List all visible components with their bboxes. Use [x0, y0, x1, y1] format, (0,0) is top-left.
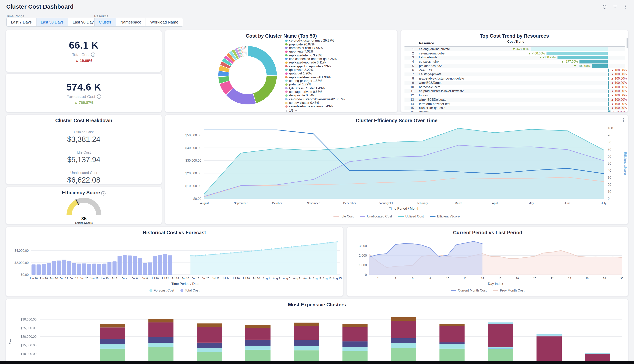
- stacked-bar-segment[interactable]: [391, 321, 416, 338]
- total-cost-bar[interactable]: [123, 255, 127, 275]
- legend-item[interactable]: Utilized Cost: [398, 214, 424, 218]
- panel-kebab-icon[interactable]: •••: [622, 118, 625, 122]
- legend-item[interactable]: Prev Month Cost: [493, 288, 525, 292]
- stacked-bar-segment[interactable]: [391, 338, 416, 343]
- legend-item[interactable]: Forecast Cost: [149, 288, 174, 292]
- stacked-bar-segment[interactable]: [100, 344, 125, 349]
- stacked-bar-segment[interactable]: [294, 323, 319, 326]
- stacked-bar-segment[interactable]: [100, 327, 125, 339]
- filter-icon[interactable]: [612, 4, 618, 10]
- total-cost-bar[interactable]: [32, 264, 36, 275]
- donut-slice[interactable]: [253, 76, 277, 104]
- total-cost-bar[interactable]: [128, 256, 132, 275]
- stacked-bar-segment[interactable]: [391, 317, 416, 321]
- stacked-bar-segment[interactable]: [440, 342, 465, 344]
- donut-legend-item[interactable]: replicated-upgrade 3.11%: [285, 61, 345, 64]
- total-cost-bar[interactable]: [82, 264, 86, 275]
- page-up-icon[interactable]: ▲: [285, 109, 288, 112]
- stacked-bar-segment[interactable]: [488, 348, 513, 349]
- legend-item[interactable]: Total Cost: [180, 288, 199, 292]
- total-cost-bar[interactable]: [148, 262, 152, 275]
- filter-button-cluster[interactable]: Cluster: [94, 18, 116, 27]
- page-down-icon[interactable]: ▼: [295, 109, 297, 112]
- total-cost-bar[interactable]: [57, 260, 61, 275]
- stacked-bar-segment[interactable]: [100, 324, 125, 328]
- stacked-bar-segment[interactable]: [585, 353, 610, 354]
- total-cost-bar[interactable]: [143, 263, 147, 275]
- donut-legend-item[interactable]: QA Stress Cluster 1.43%: [285, 86, 345, 90]
- legend-item[interactable]: Unallocated Cost: [360, 214, 392, 218]
- stacked-bar-segment[interactable]: [197, 327, 222, 343]
- stacked-bar-segment[interactable]: [440, 324, 465, 326]
- filter-button-last-7-days[interactable]: Last 7 Days: [6, 18, 37, 27]
- stacked-bar-segment[interactable]: [440, 344, 465, 349]
- total-cost-bar[interactable]: [153, 256, 157, 275]
- stacked-bar-segment[interactable]: [294, 346, 319, 350]
- donut-legend-item[interactable]: ce-dev-cluster 0.46%: [285, 101, 345, 105]
- stacked-bar-segment[interactable]: [100, 339, 125, 344]
- donut-legend-item[interactable]: harness-ci-ccm 17.95%: [285, 46, 345, 50]
- donut-legend-item[interactable]: replicated-demo 3.93%: [285, 54, 345, 57]
- total-cost-bar[interactable]: [47, 263, 51, 275]
- donut-legend-item[interactable]: replicated-fresh-install 1.90%: [285, 76, 345, 79]
- total-cost-bar[interactable]: [97, 264, 101, 275]
- info-icon[interactable]: [101, 191, 106, 196]
- total-cost-bar[interactable]: [133, 256, 137, 275]
- total-cost-bar[interactable]: [77, 264, 81, 275]
- stacked-bar-segment[interactable]: [342, 342, 368, 347]
- stacked-bar-segment[interactable]: [488, 347, 513, 348]
- total-cost-bar[interactable]: [67, 261, 71, 275]
- stacked-bar-segment[interactable]: [245, 325, 271, 328]
- donut-legend-item[interactable]: ce-prod-cluster-primary 25.27%: [285, 39, 345, 42]
- donut-legend-item[interactable]: ce-eng-pr-target 1.88%: [285, 79, 345, 83]
- donut-legend-item[interactable]: pr-private 20.07%: [285, 42, 345, 46]
- donut-legend-item[interactable]: qb-private 2.22%: [285, 68, 345, 72]
- stacked-bar-segment[interactable]: [148, 319, 173, 322]
- total-cost-bar[interactable]: [87, 264, 91, 275]
- donut-legend-item[interactable]: ce-eng-jenkins-private 2.33%: [285, 64, 345, 68]
- stacked-bar-segment[interactable]: [245, 340, 271, 346]
- stacked-bar-segment[interactable]: [391, 343, 416, 348]
- filter-button-workload-name[interactable]: Workload Name: [146, 18, 183, 27]
- total-cost-bar[interactable]: [42, 264, 46, 275]
- stacked-bar-segment[interactable]: [342, 324, 368, 327]
- total-cost-bar[interactable]: [112, 261, 117, 275]
- total-cost-bar[interactable]: [102, 264, 107, 275]
- total-cost-bar[interactable]: [163, 254, 167, 275]
- donut-legend-item[interactable]: ce-prod-cluster-failover-uswest2 0.57%: [285, 97, 345, 101]
- donut-legend-item[interactable]: qa-private 7.02%: [285, 50, 345, 54]
- stacked-bar-segment[interactable]: [536, 336, 562, 364]
- donut-slice[interactable]: [247, 46, 248, 56]
- stacked-bar-segment[interactable]: [536, 336, 562, 336]
- stacked-bar-segment[interactable]: [197, 324, 222, 327]
- total-cost-bar[interactable]: [107, 262, 112, 275]
- donut-legend-item[interactable]: dev-private 0.64%: [285, 94, 345, 97]
- legend-item[interactable]: Current Month Cost: [451, 288, 487, 292]
- total-cost-bar[interactable]: [52, 261, 56, 275]
- filter-button-last-30-days[interactable]: Last 30 Days: [36, 18, 69, 27]
- stacked-bar-segment[interactable]: [536, 334, 562, 336]
- total-cost-bar[interactable]: [138, 258, 142, 275]
- stacked-bar-segment[interactable]: [488, 324, 513, 347]
- donut-slice[interactable]: [248, 46, 277, 76]
- stacked-bar-segment[interactable]: [148, 322, 173, 337]
- stacked-bar-segment[interactable]: [148, 337, 173, 343]
- stacked-bar-segment[interactable]: [197, 348, 222, 352]
- stacked-bar-segment[interactable]: [488, 322, 513, 324]
- scrollbar-thumb[interactable]: [626, 38, 628, 48]
- donut-legend-item[interactable]: pr-target 1.79%: [285, 83, 345, 86]
- donut-legend-item[interactable]: qa-target 1.90%: [285, 72, 345, 76]
- total-cost-bar[interactable]: [158, 255, 162, 275]
- total-cost-bar[interactable]: [72, 263, 76, 275]
- stacked-bar-segment[interactable]: [342, 327, 368, 341]
- total-cost-bar[interactable]: [117, 256, 122, 275]
- stacked-bar-segment[interactable]: [342, 347, 368, 351]
- total-cost-bar[interactable]: [92, 264, 96, 275]
- stacked-bar-segment[interactable]: [148, 343, 173, 347]
- stacked-bar-segment[interactable]: [245, 328, 271, 340]
- info-icon[interactable]: [91, 52, 95, 56]
- donut-legend-item[interactable]: ce-sales-harness-demo 0.43%: [285, 104, 345, 108]
- kebab-menu-icon[interactable]: [623, 4, 628, 10]
- filter-button-namespace[interactable]: Namespace: [116, 18, 146, 27]
- stacked-bar-segment[interactable]: [197, 343, 222, 348]
